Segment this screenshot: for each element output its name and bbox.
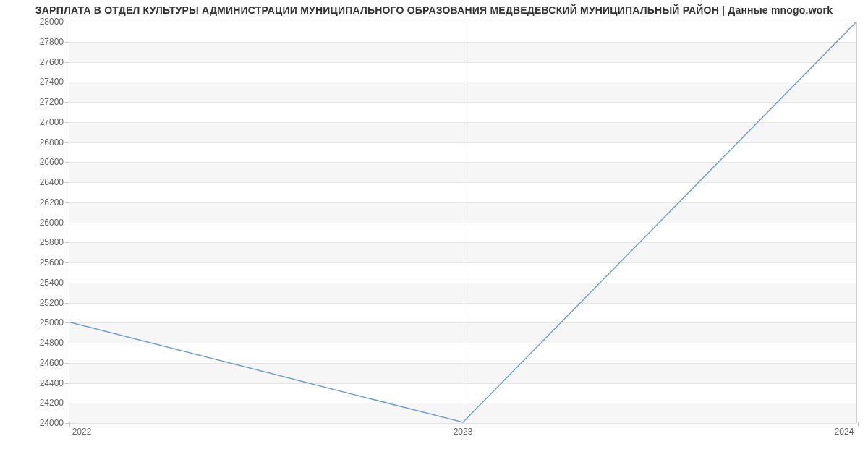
- y-tick-label: 24600: [40, 358, 64, 368]
- y-tick-label: 25400: [40, 278, 64, 288]
- y-tick-label: 24800: [40, 338, 64, 348]
- x-tick: [858, 422, 859, 427]
- y-tick-label: 27000: [40, 117, 64, 127]
- y-tick-label: 26800: [40, 137, 64, 148]
- data-line: [69, 22, 856, 422]
- y-gridline: [69, 423, 856, 424]
- y-tick-label: 27600: [40, 57, 64, 67]
- y-tick-label: 24000: [40, 418, 64, 428]
- y-tick-label: 27200: [40, 97, 64, 107]
- chart-title: ЗАРПЛАТА В ОТДЕЛ КУЛЬТУРЫ АДМИНИСТРАЦИИ …: [0, 4, 868, 16]
- chart-container: ЗАРПЛАТА В ОТДЕЛ КУЛЬТУРЫ АДМИНИСТРАЦИИ …: [0, 0, 868, 470]
- y-tick-label: 24400: [40, 378, 64, 388]
- y-tick-label: 26200: [40, 197, 64, 208]
- y-tick-label: 25200: [40, 298, 64, 308]
- y-tick-label: 25000: [40, 317, 64, 328]
- y-axis-labels: 2400024200244002460024800250002520025400…: [0, 22, 64, 423]
- plot-area: [69, 22, 857, 423]
- y-tick-label: 27400: [40, 77, 64, 87]
- y-tick-label: 27800: [40, 37, 64, 47]
- x-tick-label: 2024: [835, 427, 854, 437]
- x-tick-label: 2022: [72, 427, 92, 437]
- y-tick-label: 26600: [40, 157, 64, 167]
- line-series: [69, 22, 856, 422]
- x-tick-label: 2023: [454, 427, 473, 437]
- y-tick-label: 25600: [40, 257, 64, 268]
- x-axis-labels: 202220232024: [69, 427, 857, 441]
- y-tick-label: 26400: [40, 177, 64, 187]
- y-tick-label: 25800: [40, 237, 64, 247]
- y-tick-label: 28000: [40, 17, 64, 27]
- y-tick-label: 26000: [40, 218, 64, 228]
- y-tick-label: 24200: [40, 398, 64, 408]
